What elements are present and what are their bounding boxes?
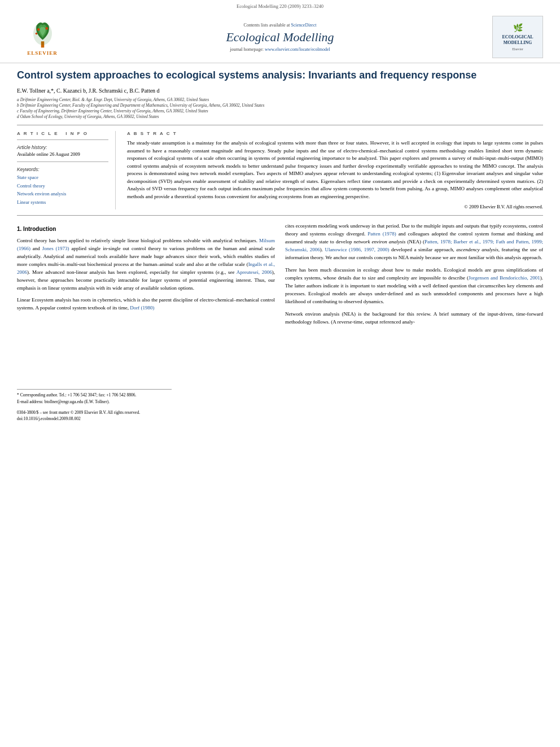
info-abstract-section: A R T I C L E I N F O Article history: A… xyxy=(17,131,543,209)
right-para-2: There has been much discussion in ecolog… xyxy=(285,267,543,306)
eco-logo-sub: Elsevier xyxy=(512,47,523,51)
sciencedirect-link[interactable]: ScienceDirect xyxy=(291,23,317,28)
article-body: Control system approaches to ecological … xyxy=(0,63,560,433)
affil-c: c Faculty of Engineering, Driftmier Engi… xyxy=(17,108,543,113)
affil-b: b Driftmier Engineering Center, Faculty … xyxy=(17,103,543,108)
patten1978-link[interactable]: Patten (1978) xyxy=(368,231,396,237)
divider-2 xyxy=(17,215,543,216)
abstract-text: The steady-state assumption is a mainsta… xyxy=(127,139,543,200)
eco-logo-icon: 🌿 xyxy=(513,23,523,33)
dorf-link[interactable]: Dorf (1980) xyxy=(130,305,154,311)
available-online-value: Available online 26 August 2009 xyxy=(17,151,108,157)
introduction-heading: 1. Introduction xyxy=(17,225,275,234)
keyword-1: State space xyxy=(17,173,108,181)
jones-link[interactable]: Jones (1973) xyxy=(42,246,69,251)
divider-1 xyxy=(17,125,543,125)
affiliations-block: a Driftmier Engineering Center, Biol. & … xyxy=(17,97,543,119)
eco-modelling-logo: 🌿 ECOLOGICAL MODELLING Elsevier xyxy=(492,16,543,58)
apreutesei-link[interactable]: Apreutesei, 2006 xyxy=(237,269,272,275)
journal-citation: Ecological Modelling 220 (2009) 3233–324… xyxy=(237,3,323,9)
journal-banner: ELSEVIER Contents lists available at Sci… xyxy=(11,11,549,63)
keyword-4: Linear systems xyxy=(17,198,108,206)
journal-top-bar: Ecological Modelling 220 (2009) 3233–324… xyxy=(11,3,549,11)
abstract-heading: A B S T R A C T xyxy=(127,131,543,136)
journal-name-heading: Ecological Modelling xyxy=(68,30,492,45)
article-info-col: A R T I C L E I N F O Article history: A… xyxy=(17,131,116,209)
article-info-heading: A R T I C L E I N F O xyxy=(17,131,108,136)
email-note: E-mail address: btollner@engr.uga.edu (E… xyxy=(17,399,275,405)
elsevier-label: ELSEVIER xyxy=(27,50,58,56)
patten-ref-link[interactable]: Patten, 1978; Barber et al., 1979; Fath … xyxy=(285,239,543,252)
svg-point-4 xyxy=(35,33,37,35)
page-wrapper: Ecological Modelling 220 (2009) 3233–324… xyxy=(0,0,560,433)
elsevier-logo: ELSEVIER xyxy=(17,18,68,56)
history-label: Article history: xyxy=(17,145,108,150)
ulanowicz-link[interactable]: Ulanowicz (1986, 1997, 2000) xyxy=(325,247,390,252)
eco-logo-title-line2: MODELLING xyxy=(504,40,532,46)
homepage-url[interactable]: www.elsevier.com/locate/ecolmodel xyxy=(265,47,330,52)
authors-text: E.W. Tollner a,*, C. Kazanci b, J.R. Sch… xyxy=(17,88,160,94)
homepage-label: journal homepage: xyxy=(230,47,264,52)
intro-para-1: Control theory has been applied to relat… xyxy=(17,237,275,292)
footer-issn: 0304-3800/$ – see front matter © 2009 El… xyxy=(17,409,275,416)
keyword-3: Network environ analysis xyxy=(17,190,108,198)
corresponding-author-note: * Corresponding author. Tel.: +1 706 542… xyxy=(17,392,275,398)
footer-block: 0304-3800/$ – see front matter © 2009 El… xyxy=(17,409,275,422)
keywords-label: Keywords: xyxy=(17,167,108,172)
intro-para-2: Linear Ecosystem analysis has roots in c… xyxy=(17,296,275,312)
authors-line: E.W. Tollner a,*, C. Kazanci b, J.R. Sch… xyxy=(17,88,543,94)
main-right-col: cites ecosystem modeling work underway i… xyxy=(285,222,543,422)
right-para-3: Network environ analysis (NEA) is the ba… xyxy=(285,311,543,326)
keyword-2: Control theory xyxy=(17,182,108,190)
right-para-1: cites ecosystem modeling work underway i… xyxy=(285,222,543,262)
eco-logo-title-line1: ECOLOGICAL xyxy=(502,34,533,40)
main-content: 1. Introduction Control theory has been … xyxy=(17,222,543,422)
abstract-col: A B S T R A C T The steady-state assumpt… xyxy=(127,131,543,209)
journal-title-center: Contents lists available at ScienceDirec… xyxy=(68,23,492,52)
main-left-col: 1. Introduction Control theory has been … xyxy=(17,222,275,422)
keywords-list: State space Control theory Network envir… xyxy=(17,173,108,206)
journal-homepage-line: journal homepage: www.elsevier.com/locat… xyxy=(68,47,492,52)
svg-point-3 xyxy=(45,27,48,30)
svg-point-2 xyxy=(37,28,40,31)
copyright-line: © 2009 Elsevier B.V. All rights reserved… xyxy=(127,204,543,209)
affil-d: d Odum School of Ecology, University of … xyxy=(17,114,543,119)
affil-a: a Driftmier Engineering Center, Biol. & … xyxy=(17,97,543,102)
footer-doi: doi:10.1016/j.ecolmodel.2009.08.002 xyxy=(17,416,275,422)
elsevier-tree-icon xyxy=(27,18,58,49)
footnote-area: * Corresponding author. Tel.: +1 706 542… xyxy=(17,317,275,405)
article-title: Control system approaches to ecological … xyxy=(17,69,543,82)
jorgensen-link[interactable]: Jorgensen and Bendoricchio, 2001 xyxy=(469,275,540,281)
contents-text: Contents lists available at xyxy=(244,23,290,28)
footnote-divider xyxy=(17,389,172,390)
contents-line: Contents lists available at ScienceDirec… xyxy=(68,23,492,28)
journal-header: Ecological Modelling 220 (2009) 3233–324… xyxy=(0,0,560,63)
